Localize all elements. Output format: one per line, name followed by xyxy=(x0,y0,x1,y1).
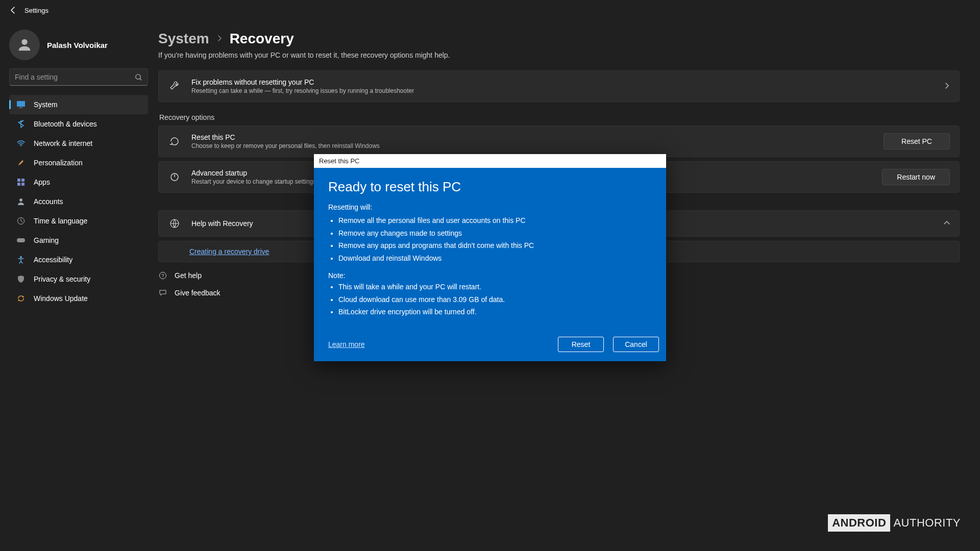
wrench-icon xyxy=(168,81,181,92)
apps-icon xyxy=(16,178,26,187)
svg-rect-6 xyxy=(21,179,24,182)
reset-pc-title: Reset this PC xyxy=(191,133,873,141)
recovery-options-label: Recovery options xyxy=(159,113,960,121)
dialog-will-item: Remove any apps and programs that didn't… xyxy=(338,239,652,252)
page-title: Recovery xyxy=(230,31,294,47)
svg-point-12 xyxy=(20,256,22,258)
dialog-note-item: Cloud download can use more than 3.09 GB… xyxy=(338,293,652,306)
chevron-right-icon xyxy=(216,34,223,43)
reset-pc-desc: Choose to keep or remove your personal f… xyxy=(191,142,873,149)
restart-now-button[interactable]: Restart now xyxy=(882,169,950,185)
svg-rect-7 xyxy=(17,183,20,186)
shield-icon xyxy=(16,274,26,284)
account-icon xyxy=(16,197,26,206)
feedback-icon xyxy=(158,289,167,297)
dialog-will-list: Remove all the personal files and user a… xyxy=(338,214,652,264)
chevron-right-icon xyxy=(944,82,950,91)
person-icon xyxy=(16,36,33,54)
dialog-cancel-button[interactable]: Cancel xyxy=(613,337,659,352)
troubleshoot-title: Fix problems without resetting your PC xyxy=(191,78,934,86)
search-input-wrap[interactable] xyxy=(9,68,148,86)
nav-item-bluetooth[interactable]: Bluetooth & devices xyxy=(9,114,148,134)
globe-icon xyxy=(168,218,181,229)
give-feedback-label: Give feedback xyxy=(175,289,220,297)
bluetooth-icon xyxy=(16,119,26,129)
nav-label: Bluetooth & devices xyxy=(34,120,97,128)
svg-point-0 xyxy=(21,39,27,45)
nav-item-accessibility[interactable]: Accessibility xyxy=(9,250,148,269)
dialog-will-item: Download and reinstall Windows xyxy=(338,252,652,265)
reset-pc-button[interactable]: Reset PC xyxy=(884,133,950,149)
dialog-lead: Resetting will: xyxy=(328,203,652,211)
update-icon xyxy=(16,294,26,303)
avatar xyxy=(9,30,40,60)
arrow-left-icon xyxy=(9,6,17,14)
dialog-note-label: Note: xyxy=(328,271,652,280)
dialog-note-item: This will take a while and your PC will … xyxy=(338,281,652,293)
nav-item-windows-update[interactable]: Windows Update xyxy=(9,289,148,308)
nav-label: Gaming xyxy=(34,236,59,244)
titlebar-app-name: Settings xyxy=(24,7,48,14)
nav-label: Network & internet xyxy=(34,139,92,147)
troubleshoot-desc: Resetting can take a while — first, try … xyxy=(191,87,934,94)
nav-item-system[interactable]: System xyxy=(9,95,148,114)
monitor-icon xyxy=(16,100,26,109)
svg-rect-8 xyxy=(21,183,24,186)
create-recovery-drive-link[interactable]: Creating a recovery drive xyxy=(189,247,269,256)
dialog-window-title: Reset this PC xyxy=(314,154,666,168)
nav-item-accounts[interactable]: Accounts xyxy=(9,192,148,211)
clock-globe-icon xyxy=(16,216,26,226)
nav-item-apps[interactable]: Apps xyxy=(9,172,148,192)
search-input[interactable] xyxy=(15,73,135,81)
chevron-up-icon xyxy=(944,219,950,228)
gamepad-icon xyxy=(16,236,26,245)
nav-label: Windows Update xyxy=(34,294,88,303)
nav-item-time-language[interactable]: Time & language xyxy=(9,211,148,231)
nav-item-network[interactable]: Network & internet xyxy=(9,134,148,153)
learn-more-link[interactable]: Learn more xyxy=(328,340,365,348)
back-button[interactable] xyxy=(6,3,20,17)
dialog-heading: Ready to reset this PC xyxy=(328,179,652,195)
svg-point-4 xyxy=(20,145,21,146)
paintbrush-icon xyxy=(16,158,26,167)
watermark-authority: AUTHORITY xyxy=(893,516,961,530)
watermark-android: ANDROID xyxy=(828,514,890,532)
user-name: Palash Volvoikar xyxy=(47,41,108,49)
watermark: ANDROID AUTHORITY xyxy=(828,514,961,532)
nav-label: Privacy & security xyxy=(34,275,90,283)
get-help-label: Get help xyxy=(175,271,202,280)
page-subtitle: If you're having problems with your PC o… xyxy=(158,51,960,59)
svg-point-9 xyxy=(19,198,22,202)
reset-pc-dialog: Reset this PC Ready to reset this PC Res… xyxy=(314,154,666,361)
nav-item-privacy[interactable]: Privacy & security xyxy=(9,269,148,289)
startup-icon xyxy=(168,171,181,183)
nav-label: Apps xyxy=(34,178,50,186)
user-profile[interactable]: Palash Volvoikar xyxy=(9,30,148,60)
nav-label: System xyxy=(34,101,58,109)
dialog-will-item: Remove any changes made to settings xyxy=(338,227,652,240)
nav-label: Time & language xyxy=(34,217,87,225)
breadcrumb-parent[interactable]: System xyxy=(158,31,209,47)
dialog-will-item: Remove all the personal files and user a… xyxy=(338,214,652,227)
nav-label: Personalization xyxy=(34,159,83,167)
reset-pc-card: Reset this PC Choose to keep or remove y… xyxy=(158,126,960,157)
breadcrumb: System Recovery xyxy=(158,31,960,47)
reset-icon xyxy=(168,136,181,147)
dialog-note-item: BitLocker drive encryption will be turne… xyxy=(338,306,652,318)
svg-rect-5 xyxy=(17,179,20,182)
nav-label: Accessibility xyxy=(34,256,72,264)
svg-rect-2 xyxy=(17,101,25,107)
nav-label: Accounts xyxy=(34,197,63,206)
wifi-icon xyxy=(16,139,26,148)
help-icon: ? xyxy=(158,271,167,280)
svg-rect-3 xyxy=(19,107,22,108)
search-icon xyxy=(135,73,142,81)
dialog-reset-button[interactable]: Reset xyxy=(558,337,604,352)
nav-item-gaming[interactable]: Gaming xyxy=(9,231,148,250)
accessibility-icon xyxy=(16,255,26,264)
nav-item-personalization[interactable]: Personalization xyxy=(9,153,148,172)
svg-rect-11 xyxy=(17,238,25,242)
svg-text:?: ? xyxy=(161,273,164,278)
troubleshoot-card[interactable]: Fix problems without resetting your PC R… xyxy=(158,70,960,102)
dialog-note-list: This will take a while and your PC will … xyxy=(338,281,652,318)
